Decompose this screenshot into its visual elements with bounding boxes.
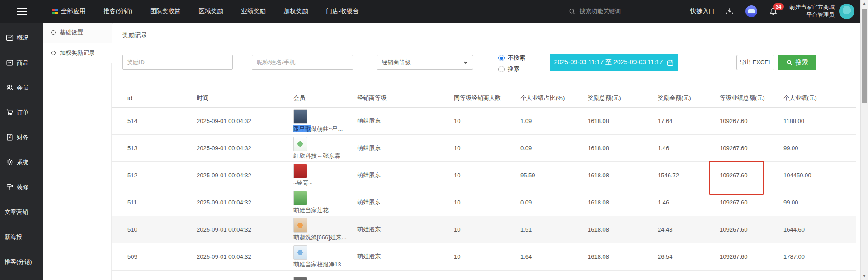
sidebar-item-3[interactable]: 订单 <box>0 100 43 125</box>
sidebar-item-8[interactable]: 新海报 <box>0 224 43 249</box>
cell-personal: 1787.00 <box>783 243 856 270</box>
nickname-input[interactable] <box>252 55 353 70</box>
cell-ratio: 1.09 <box>520 107 588 134</box>
member-avatar[interactable] <box>293 164 307 178</box>
circle-icon <box>51 30 56 35</box>
menu-item-label: 全部应用 <box>61 7 85 15</box>
cell-level: 萌娃股东 <box>357 243 454 270</box>
subsidebar-item-1[interactable]: 加权奖励记录 <box>43 43 112 63</box>
cell-amount: 53.53 <box>658 270 720 280</box>
table-row: 5142025-09-01 00:04:32跟星歌做萌娃~星...萌娃股东101… <box>112 107 856 134</box>
export-excel-button[interactable]: 导出 EXCEL <box>736 55 774 70</box>
column-header-9: 个人业绩(元) <box>783 89 856 107</box>
table-row: 5132025-09-01 00:04:32红欣科技～张东霖萌娃股东100.09… <box>112 134 856 161</box>
page-scrollbar[interactable]: ▲ ▼ <box>860 0 868 280</box>
menu-item-1[interactable]: 团队奖收益 <box>150 7 181 15</box>
column-header-0: id <box>112 89 197 107</box>
cell-level: 萌娃股东 <box>357 216 454 243</box>
member-name[interactable]: 萌趣洗涤[666]娃来... <box>293 233 357 242</box>
cell-level-total: 109267.60 <box>720 107 783 134</box>
menu-item-0[interactable]: 推客(分销) <box>104 7 132 15</box>
profile-area[interactable]: 萌娃当家官方商城 平台管理员 <box>789 4 854 19</box>
cell-member: 跟星歌做萌娃~星... <box>293 107 357 134</box>
radio-unselected-icon <box>498 66 505 72</box>
scrollbar-thumb[interactable] <box>862 9 867 103</box>
menu-item-3[interactable]: 业绩奖励 <box>241 7 266 15</box>
cell-level-total: 109267.60 <box>720 189 783 216</box>
sidebar-item-label: 新海报 <box>5 233 22 241</box>
sidebar-item-9[interactable]: 推客(分销) <box>0 249 43 274</box>
dealer-level-select[interactable]: 经销商等级 <box>377 55 473 70</box>
member-avatar[interactable] <box>293 277 307 280</box>
all-apps-grid-icon <box>52 9 58 14</box>
member-avatar[interactable] <box>293 137 307 151</box>
sidebar-item-7[interactable]: 文章营销 <box>0 199 43 224</box>
cell-total: 1618.08 <box>588 161 658 189</box>
sidebar-item-0[interactable]: 概况 <box>0 25 43 50</box>
date-range-value: 2025-09-03 11:17 至 2025-09-03 11:17 <box>554 58 663 66</box>
quick-entry-button[interactable]: 快捷入口 <box>679 7 726 15</box>
sidebar-item-1[interactable]: 商品 <box>0 50 43 75</box>
download-icon[interactable] <box>726 7 734 15</box>
menu-item-all-apps[interactable]: 全部应用 <box>52 7 85 15</box>
sidebar-item-5[interactable]: 系统 <box>0 150 43 175</box>
topbar: 全部应用 推客(分销)团队奖收益区域奖励业绩奖励加权奖励门店-收银台 搜索功能关… <box>0 0 868 23</box>
secondary-sidebar: 基础设置加权奖励记录 <box>43 23 112 280</box>
orders-icon <box>6 109 14 116</box>
assistant-robot-icon[interactable] <box>745 5 757 17</box>
cell-level: 萌娃股东 <box>357 270 454 280</box>
menu-item-4[interactable]: 加权奖励 <box>284 7 308 15</box>
subsidebar-item-label: 基础设置 <box>60 28 83 37</box>
scroll-up-arrow[interactable]: ▲ <box>861 0 868 7</box>
sidebar-item-4[interactable]: ¥财务 <box>0 125 43 150</box>
page-title: 奖励记录 <box>112 23 868 48</box>
member-name[interactable]: 红欣科技～张东霖 <box>293 152 357 160</box>
member-avatar[interactable] <box>293 245 307 260</box>
member-name[interactable]: ~铭哥~ <box>293 179 357 187</box>
cell-time: 2025-09-01 00:04:32 <box>197 189 293 216</box>
cell-id: 509 <box>112 243 197 270</box>
member-avatar[interactable] <box>293 109 307 124</box>
search-mode-radios: 不搜索 搜索 <box>498 54 525 73</box>
member-name[interactable]: 萌娃当家莲花 <box>293 206 357 214</box>
date-range-picker[interactable]: 2025-09-03 11:17 至 2025-09-03 11:17 <box>550 54 678 71</box>
cell-level-total: 109267.60 <box>720 243 783 270</box>
sidebar-item-2[interactable]: 会员 <box>0 75 43 100</box>
cell-time: 2025-09-01 00:04:32 <box>197 134 293 161</box>
cell-total: 1618.08 <box>588 243 658 270</box>
subsidebar-item-0[interactable]: 基础设置 <box>43 23 112 43</box>
cell-total: 368.95 <box>588 270 658 280</box>
cell-total: 1618.08 <box>588 189 658 216</box>
member-avatar[interactable] <box>293 218 307 233</box>
member-avatar[interactable] <box>293 191 307 205</box>
notification-badge: 34 <box>773 3 784 10</box>
radio-no-search[interactable]: 不搜索 <box>498 54 525 62</box>
decorate-icon <box>6 183 14 191</box>
hamburger-menu-icon[interactable] <box>0 8 43 15</box>
cell-peer-count: 10 <box>454 216 520 243</box>
topbar-search[interactable]: 搜索功能关键词 <box>561 0 679 23</box>
menu-item-2[interactable]: 区域奖励 <box>199 7 223 15</box>
sidebar-item-6[interactable]: 装修 <box>0 175 43 199</box>
column-header-4: 同等级经销商人数 <box>454 89 520 107</box>
reward-id-input[interactable] <box>122 55 233 70</box>
cell-peer-count: 10 <box>454 243 520 270</box>
cell-id: 513 <box>112 134 197 161</box>
cell-personal: 1644.60 <box>783 216 856 243</box>
cell-level-total: 109267.60 <box>720 161 783 189</box>
sidebar-item-label: 会员 <box>17 84 28 92</box>
cell-ratio: 0.09 <box>520 189 588 216</box>
avatar[interactable] <box>839 4 854 19</box>
cell-member: 萌娃当家校服净13... <box>293 243 357 270</box>
menu-item-5[interactable]: 门店-收银台 <box>326 7 359 15</box>
notification-bell-icon[interactable]: 34 <box>769 7 778 16</box>
member-name[interactable]: 萌娃当家校服净13... <box>293 261 357 269</box>
radio-search[interactable]: 搜索 <box>498 65 525 73</box>
cell-level-total: 109267.60 <box>720 134 783 161</box>
cell-level-total: 109267.60 <box>720 216 783 243</box>
cell-amount: 1.46 <box>658 189 720 216</box>
search-button[interactable]: 搜索 <box>778 55 816 70</box>
member-name[interactable]: 跟星歌做萌娃~星... <box>293 125 357 133</box>
scroll-down-arrow[interactable]: ▼ <box>861 273 868 280</box>
main-content: 奖励记录 经销商等级 不搜索 搜索 2025-09-03 11:17 至 202… <box>112 23 868 280</box>
